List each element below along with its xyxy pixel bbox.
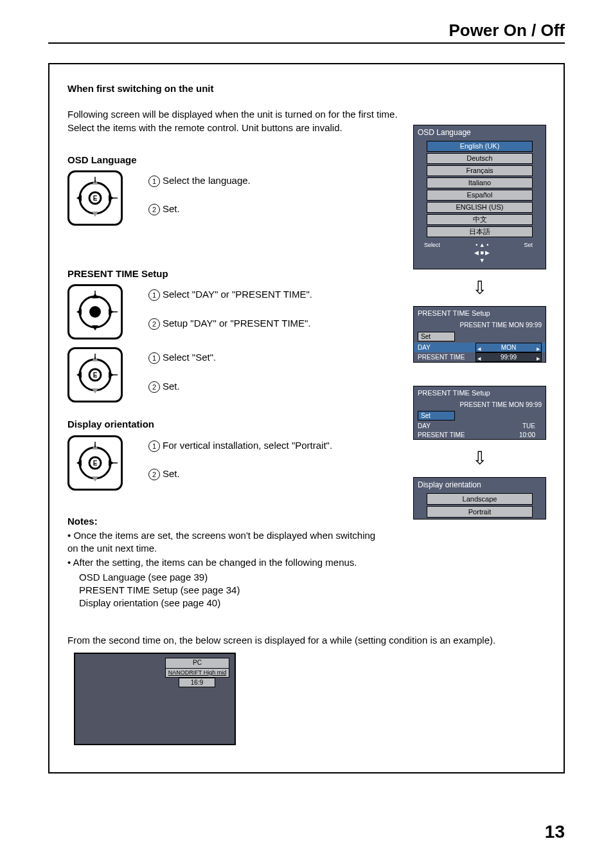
display-orientation-heading: Display orientation — [67, 418, 389, 431]
osd-lang-item: ENGLISH (US) — [427, 202, 533, 213]
note-sub: PRESENT TIME Setup (see page 34) — [67, 584, 389, 597]
day-value: TUE — [475, 422, 542, 430]
note-sub: Display orientation (see page 40) — [67, 597, 389, 610]
day-label: DAY — [418, 343, 475, 352]
down-arrow-icon: ⇩ — [472, 446, 487, 471]
time-value: 10:00 — [475, 431, 542, 439]
remote-step-group: E 1Select the language. 2Set. — [67, 170, 389, 226]
note-item: After the setting, the items can be chan… — [67, 556, 389, 569]
display-orientation-title: Display orientation — [414, 478, 546, 492]
present-time-set-btn-hl: Set — [418, 411, 455, 420]
step-label: 2Setup "DAY" or "PRESENT TIME". — [148, 317, 312, 330]
present-time-time-row: PRESENT TIME 10:00 — [414, 431, 546, 440]
day-value: ◀MON▶ — [475, 343, 542, 352]
page-number: 13 — [545, 822, 565, 842]
content-frame: When first switching on the unit Followi… — [48, 63, 565, 773]
osd-language-menu: OSD Language English (UK) Deutsch França… — [413, 125, 546, 269]
dpad-icon: E — [73, 176, 118, 221]
step-label: 1Select the language. — [148, 174, 251, 187]
display-orientation-menu: Display orientation Landscape Portrait — [413, 477, 546, 520]
step-label: 1For vertical installation, select "Port… — [148, 439, 332, 452]
remote-icon-dpad: E — [67, 435, 123, 491]
present-time-set-btn: Set — [418, 332, 455, 341]
step-label: 1Select "Set". — [148, 351, 216, 364]
down-arrow-icon: ⇩ — [472, 276, 487, 300]
display-orientation-item: Portrait — [427, 506, 533, 518]
time-value: ◀99:99▶ — [475, 352, 542, 362]
osd-lang-item: English (UK) — [427, 141, 533, 152]
present-time-menu-1: PRESENT TIME Setup PRESENT TIME MON 99:9… — [413, 306, 546, 362]
step-label: 2Set. — [148, 467, 332, 480]
present-time-sub: PRESENT TIME MON 99:99 — [414, 400, 546, 410]
note-sub: OSD Language (see page 39) — [67, 571, 389, 584]
header-rule — [48, 42, 565, 44]
example-tag-aspect: 16:9 — [179, 678, 215, 687]
osd-nav-select-label: Select — [424, 241, 440, 249]
present-time-menu-2: PRESENT TIME Setup PRESENT TIME MON 99:9… — [413, 386, 546, 440]
present-time-day-row: DAY ◀MON▶ — [414, 343, 546, 352]
remote-step-group: 1Select "DAY" or "PRESENT TIME". 2Setup … — [67, 284, 389, 339]
time-label: PRESENT TIME — [418, 353, 475, 362]
present-time-time-row: PRESENT TIME ◀99:99▶ — [414, 352, 546, 362]
svg-text:E: E — [93, 195, 98, 202]
osd-lang-item: 中文 — [427, 214, 533, 225]
intro-p1: Following screen will be displayed when … — [67, 108, 546, 121]
intro-heading: When first switching on the unit — [67, 82, 546, 95]
osd-nav-set-label: Set — [524, 241, 533, 249]
svg-text:E: E — [93, 460, 98, 467]
svg-text:E: E — [93, 372, 98, 379]
step-label: 2Set. — [148, 203, 251, 215]
example-screen: PC NANODRIFT High mid 16:9 — [74, 653, 236, 745]
notes-list: Once the items are set, the screens won'… — [67, 529, 389, 570]
dpad-icon — [73, 289, 118, 334]
remote-icon-dpad: E — [67, 170, 123, 226]
present-time-day-row: DAY TUE — [414, 422, 546, 431]
osd-language-heading: OSD Language — [67, 154, 389, 167]
remote-step-group: E 1For vertical installation, select "Po… — [67, 435, 389, 491]
right-menus-column: OSD Language English (UK) Deutsch França… — [414, 125, 546, 520]
dpad-icon: E — [73, 352, 118, 397]
remote-step-group: E 1Select "Set". 2Set. — [67, 347, 389, 402]
remote-icon-dpad-full — [67, 284, 123, 339]
example-tag-nanodrift: NANODRIFT High mid — [165, 668, 229, 678]
osd-lang-item: 日本語 — [427, 226, 533, 237]
svg-point-10 — [89, 306, 101, 318]
osd-lang-item: Español — [427, 190, 533, 201]
present-time-sub: PRESENT TIME MON 99:99 — [414, 320, 546, 330]
step-label: 2Set. — [148, 380, 216, 393]
notes-heading: Notes: — [67, 515, 389, 528]
note-item: Once the items are set, the screens won'… — [67, 529, 389, 556]
osd-lang-item: Deutsch — [427, 153, 533, 164]
time-label: PRESENT TIME — [418, 431, 475, 440]
page-header-title: Power On / Off — [449, 21, 565, 41]
present-time-title: PRESENT TIME Setup — [414, 307, 546, 320]
second-time-text: From the second time on, the below scree… — [67, 634, 543, 647]
day-label: DAY — [418, 422, 475, 431]
osd-language-menu-title: OSD Language — [414, 125, 546, 140]
present-time-heading: PRESENT TIME Setup — [67, 267, 389, 280]
display-orientation-item: Landscape — [427, 493, 533, 505]
remote-icon-dpad: E — [67, 347, 123, 402]
present-time-title: PRESENT TIME Setup — [414, 386, 546, 400]
dpad-icon: E — [73, 440, 118, 485]
osd-lang-item: Italiano — [427, 177, 533, 188]
step-label: 1Select "DAY" or "PRESENT TIME". — [148, 288, 312, 301]
osd-nav-hint: • ▲ •◀ ■ ▶▼ Select Set — [414, 239, 546, 268]
osd-lang-item: Français — [427, 165, 533, 176]
